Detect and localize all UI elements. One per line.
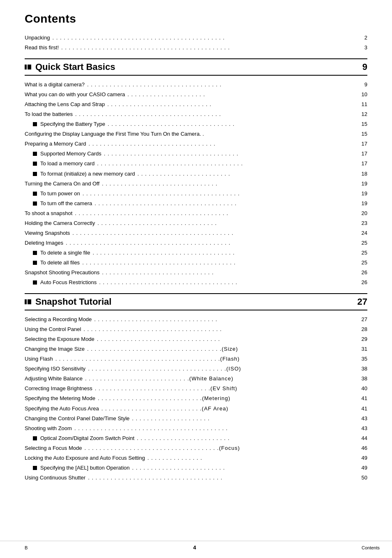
dots: . . . . . . . . . . . . . . . . . . . . … — [93, 315, 357, 324]
page-num: 40 — [357, 384, 367, 394]
page-num: 49 — [357, 453, 367, 463]
page-num: 41 — [357, 394, 367, 403]
entry-text: Optical Zoom/Digital Zoom Switch Point — [40, 433, 134, 443]
list-item: Unpacking . . . . . . . . . . . . . . . … — [25, 33, 367, 43]
snapshot-tutorial-header: Snapshot Tutorial 27 — [25, 293, 367, 310]
list-item: Attaching the Lens Cap and Strap . . . .… — [25, 100, 367, 109]
svg-rect-3 — [28, 299, 31, 304]
dots: . . . . . . . . . . . . . . . . . . . . … — [83, 443, 357, 453]
list-item: To turn off the camera . . . . . . . . .… — [25, 199, 367, 208]
dots: . . . . . . . . . . . . . . . . . . . . … — [94, 199, 357, 208]
page: Contents Unpacking . . . . . . . . . . .… — [0, 0, 392, 558]
page-num: 23 — [357, 218, 367, 228]
section-icon — [25, 64, 31, 70]
dots: . . . . . . . . . . . . . . . . . . . . … — [96, 159, 357, 169]
list-item: Using Continuous Shutter . . . . . . . .… — [25, 473, 367, 483]
entry-text: Adjusting White Balance — [25, 374, 83, 384]
entry-text: Specifying the Battery Type — [40, 119, 105, 129]
dots: . . . . . . . . . . . . . . . . . . . . … — [83, 324, 357, 334]
entry-text: To load the batteries — [25, 109, 73, 119]
entry-text: To format (initialize) a new memory card — [40, 169, 135, 179]
entry-text: Using Flash — [25, 354, 53, 364]
entry-text: Read this first! — [25, 43, 59, 53]
section-page-num: 9 — [362, 62, 367, 72]
list-item: Changing the Control Panel Date/Time Sty… — [25, 414, 367, 424]
dots: . . . . . . . . . . . . . . . . . . . . … — [96, 334, 357, 344]
page-num: 2 — [357, 33, 367, 43]
list-item: Locking the Auto Exposure and Auto Focus… — [25, 453, 367, 463]
page-num: 43 — [357, 424, 367, 433]
list-item: Specifying ISO Sensitivity . . . . . . .… — [25, 364, 367, 374]
entry-text: Specifying the [AEL] button Operation — [40, 463, 130, 473]
snapshot-tutorial-entries: Selecting a Recording Mode . . . . . . .… — [25, 315, 367, 483]
page-num: 11 — [357, 100, 367, 109]
bullet-icon — [33, 280, 37, 285]
dots: . . . . . . . . . . . . . . . . . . . . … — [101, 268, 357, 278]
dots: . . . . . . . . . . . . . . . . . . . . … — [94, 384, 357, 394]
dots: . . . . . . . . . . . . . . . . . . . . … — [106, 100, 357, 109]
page-num: 26 — [357, 278, 367, 287]
dots: . . . . . . . . . . . . . . . . . . . . … — [86, 80, 357, 90]
list-item: Specifying the [AEL] button Operation . … — [25, 463, 367, 473]
entry-text: Using the Control Panel — [25, 324, 81, 334]
list-item: Read this first! . . . . . . . . . . . .… — [25, 43, 367, 53]
entry-text: Turning the Camera On and Off — [25, 179, 99, 189]
page-num: 41 — [357, 404, 367, 414]
list-item: Deleting Images . . . . . . . . . . . . … — [25, 238, 367, 248]
entry-text: Snapshot Shooting Precautions — [25, 268, 99, 278]
dots: . . . . . . . . . . . . . . . . . . . . … — [84, 374, 357, 384]
page-num: 17 — [357, 139, 367, 149]
list-item: To format (initialize) a new memory card… — [25, 169, 367, 179]
svg-rect-1 — [28, 65, 31, 69]
dots: . . . . . . . . . . . . . . . . . . . . … — [101, 179, 357, 189]
list-item: To delete all files . . . . . . . . . . … — [25, 258, 367, 268]
page-num: 28 — [357, 324, 367, 334]
dots: . . . . . . . . . . . . . . . . . . . . … — [51, 33, 357, 43]
section-title: Quick Start Basics — [35, 62, 115, 72]
list-item: Selecting a Focus Mode . . . . . . . . .… — [25, 443, 367, 453]
dots: . . . . . . . . . . . . . . . . . . . . … — [88, 139, 357, 149]
dots: . . . . . . . . . . . . . . . . . . . . … — [103, 149, 357, 159]
page-num: 35 — [357, 354, 367, 364]
page-num: 50 — [357, 473, 367, 483]
list-item: Supported Memory Cards . . . . . . . . .… — [25, 149, 367, 159]
entry-text: Deleting Images — [25, 238, 63, 248]
list-item: To shoot a snapshot . . . . . . . . . . … — [25, 208, 367, 218]
bullet-icon — [33, 251, 37, 255]
dots: . . . . . . . . . . . . . . . . . . . . … — [136, 169, 357, 179]
dots: . . . . . . . . . . . . . . . . . . . . … — [87, 364, 357, 374]
page-num: 38 — [357, 364, 367, 374]
page-num: 25 — [357, 238, 367, 248]
page-num: 25 — [357, 258, 367, 268]
dots: . . . . . . . . . . . . . . . . . . . . … — [98, 278, 357, 287]
bullet-icon — [33, 466, 37, 470]
dots: . . . . . . . . . . . . . . . . . . . . … — [71, 228, 357, 238]
page-num: 19 — [357, 189, 367, 199]
list-item: Viewing Snapshots . . . . . . . . . . . … — [25, 228, 367, 238]
section-page-num: 27 — [357, 296, 367, 307]
entry-text: To turn off the camera — [40, 199, 92, 208]
dots: . . . . . . . . . . . . . . . . . . . . … — [101, 404, 357, 414]
bullet-icon — [33, 152, 37, 156]
bullet-icon — [33, 201, 37, 206]
page-num: 15 — [357, 119, 367, 129]
page-num: 12 — [357, 109, 367, 119]
entry-text: Specifying the Auto Focus Area — [25, 404, 99, 414]
page-num: 24 — [357, 228, 367, 238]
entry-text: To turn power on — [40, 189, 80, 199]
entry-text: To shoot a snapshot — [25, 208, 72, 218]
entry-text: Holding the Camera Correctly — [25, 218, 95, 228]
list-item: What is a digital camera? . . . . . . . … — [25, 80, 367, 90]
quick-start-entries: What is a digital camera? . . . . . . . … — [25, 80, 367, 287]
dots: . . . . . . . . . . . . . . . . . . . . … — [74, 424, 357, 433]
entry-text: Selecting the Exposure Mode — [25, 334, 95, 344]
section-title: Snapshot Tutorial — [35, 296, 111, 307]
entry-text: To load a memory card — [40, 159, 95, 169]
dots: . . . . . . . . . . . . . . . . . . . . … — [97, 394, 357, 403]
entry-text: Shooting with Zoom — [25, 424, 72, 433]
entry-text: Using Continuous Shutter — [25, 473, 85, 483]
entry-text: Unpacking — [25, 33, 50, 43]
page-title: Contents — [25, 12, 367, 25]
page-num: 9 — [357, 80, 367, 90]
entry-text: Supported Memory Cards — [40, 149, 101, 159]
